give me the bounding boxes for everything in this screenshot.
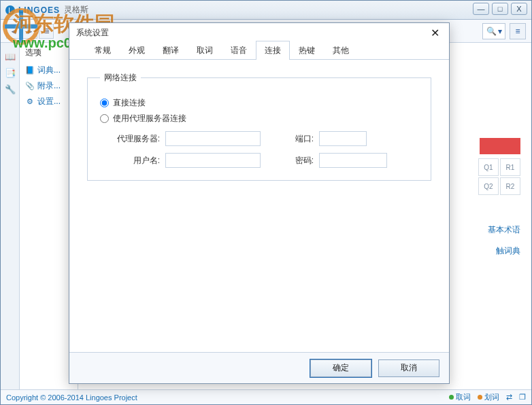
menu-icon: ≡ <box>515 27 520 36</box>
titlebar: L LINGOES 灵格斯 — □ X <box>1 1 531 20</box>
bg-links: 基本术语 触词典 <box>488 172 520 262</box>
dialog-titlebar: 系统设置 ✕ <box>69 23 449 42</box>
ok-button[interactable]: 确定 <box>310 359 371 377</box>
minimize-button[interactable]: — <box>473 3 489 15</box>
status-dot-green-icon <box>449 395 454 400</box>
statusbar: Copyright © 2006-2014 Lingoes Project 取词… <box>1 389 531 404</box>
side-panel-title: 选项 <box>22 47 75 58</box>
network-fieldset: 网络连接 直接连接 使用代理服务器连接 代理服务器: 端口: 用户名: <box>87 72 431 181</box>
tab-capture[interactable]: 取词 <box>188 41 222 60</box>
status-sync-icon[interactable]: ⇄ <box>506 393 512 402</box>
user-row: 用户名: 密码: <box>115 153 418 168</box>
tab-hotkey[interactable]: 热键 <box>290 41 324 60</box>
tab-other[interactable]: 其他 <box>324 41 358 60</box>
radio-proxy-label: 使用代理服务器连接 <box>113 113 186 124</box>
status-select[interactable]: 划词 <box>478 392 499 402</box>
port-label: 端口: <box>286 133 314 145</box>
dialog-button-bar: 确定 取消 <box>69 352 449 383</box>
sidebar-item-label: 词典... <box>37 65 61 76</box>
tab-appearance[interactable]: 外观 <box>120 41 154 60</box>
app-subtitle: 灵格斯 <box>64 4 88 16</box>
tab-voice[interactable]: 语音 <box>222 41 256 60</box>
fieldset-legend: 网络连接 <box>100 72 141 84</box>
search-icon: 🔍 <box>486 27 497 36</box>
radio-proxy[interactable] <box>100 114 109 123</box>
left-rail: 📖 📑 🔧 <box>1 43 20 389</box>
rail-icon-appendix[interactable]: 📑 <box>3 66 17 80</box>
close-button[interactable]: X <box>511 3 527 15</box>
bg-link-1[interactable]: 基本术语 <box>488 219 520 241</box>
dialog-body: 网络连接 直接连接 使用代理服务器连接 代理服务器: 端口: 用户名: <box>69 60 449 352</box>
sidebar-item-settings[interactable]: ⚙ 设置... <box>22 94 75 109</box>
tab-general[interactable]: 常规 <box>86 41 120 60</box>
rail-icon-tools[interactable]: 🔧 <box>3 82 17 96</box>
dialog-close-button[interactable]: ✕ <box>428 27 442 39</box>
radio-row-direct[interactable]: 直接连接 <box>100 97 418 109</box>
copyright-text: Copyright © 2006-2014 Lingoes Project <box>6 393 442 402</box>
user-label: 用户名: <box>115 155 160 166</box>
user-input[interactable] <box>165 153 261 168</box>
cancel-button[interactable]: 取消 <box>378 359 439 377</box>
sidebar-item-label: 附录... <box>37 80 61 92</box>
sidebar-item-appendix[interactable]: 📎 附录... <box>22 78 75 94</box>
proxy-row: 代理服务器: 端口: <box>115 131 418 146</box>
status-dot-orange-icon <box>478 395 482 400</box>
radio-direct[interactable] <box>100 99 109 107</box>
maximize-button[interactable]: □ <box>492 3 508 15</box>
app-window: 河东软件园 www.pc0359.cn L LINGOES 灵格斯 — □ X … <box>0 0 532 405</box>
search-dropdown-icon: ▾ <box>498 27 502 36</box>
rail-icon-dict[interactable]: 📖 <box>3 50 17 63</box>
proxy-label: 代理服务器: <box>115 133 160 145</box>
gear-icon: ⚙ <box>25 97 35 107</box>
dialog-title: 系统设置 <box>76 27 109 39</box>
settings-dialog: 系统设置 ✕ 常规 外观 翻译 取词 语音 连接 热键 其他 网络连接 直接连接… <box>69 22 450 384</box>
book-icon: 📘 <box>25 66 35 75</box>
watermark-logo <box>2 7 40 46</box>
bg-red-block <box>480 138 520 154</box>
proxy-input[interactable] <box>165 131 261 146</box>
sidebar-item-label: 设置... <box>37 96 61 107</box>
sidebar-item-dict[interactable]: 📘 词典... <box>22 63 75 78</box>
nav-list-button[interactable]: ≣ <box>39 24 54 39</box>
tab-translate[interactable]: 翻译 <box>154 41 188 60</box>
search-button[interactable]: 🔍 ▾ <box>482 23 505 39</box>
status-capture[interactable]: 取词 <box>449 392 471 402</box>
radio-direct-label: 直接连接 <box>113 97 146 109</box>
pass-label: 密码: <box>286 155 314 166</box>
tab-connection[interactable]: 连接 <box>256 41 290 60</box>
dialog-tabstrip: 常规 外观 翻译 取词 语音 连接 热键 其他 <box>69 42 449 60</box>
port-input[interactable] <box>319 131 367 146</box>
window-controls: — □ X <box>473 3 527 15</box>
status-window-icon[interactable]: ❐ <box>519 393 526 402</box>
menu-button[interactable]: ≡ <box>510 23 526 39</box>
bg-link-2[interactable]: 触词典 <box>488 241 520 262</box>
pass-input[interactable] <box>319 153 387 168</box>
radio-row-proxy[interactable]: 使用代理服务器连接 <box>100 113 418 124</box>
clip-icon: 📎 <box>25 82 35 91</box>
